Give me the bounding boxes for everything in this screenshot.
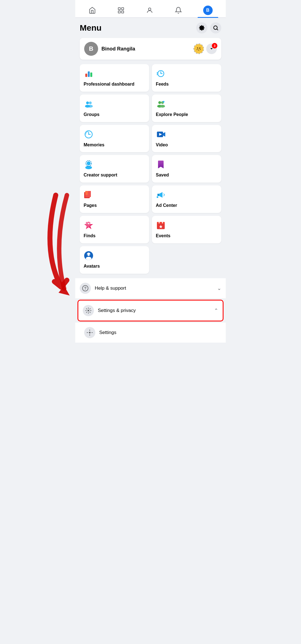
nav-home[interactable]	[83, 4, 102, 16]
events-label: Events	[156, 233, 217, 239]
svg-point-14	[199, 49, 200, 49]
avatar-letter: B	[89, 45, 93, 52]
professional-dashboard-label: Professional dashboard	[84, 81, 145, 87]
menu-item-video[interactable]: Video	[152, 125, 221, 152]
svg-point-63	[88, 310, 89, 311]
menu-item-avatars[interactable]: Avatars	[80, 246, 149, 274]
saved-icon	[156, 159, 166, 170]
dashboard-icon	[117, 6, 125, 14]
finds-label: Finds	[84, 233, 145, 239]
svg-point-5	[214, 26, 217, 30]
svg-point-26	[86, 101, 89, 104]
feeds-icon	[156, 69, 166, 79]
help-support-item[interactable]: ? Help & support ⌄	[75, 278, 226, 299]
svg-point-56	[87, 253, 90, 256]
story-avatar-image	[194, 44, 203, 54]
svg-point-12	[200, 49, 201, 50]
avatar-initial: B	[206, 8, 210, 13]
video-icon	[156, 129, 166, 139]
menu-item-explore-people[interactable]: Explore People	[152, 95, 221, 122]
svg-point-11	[198, 50, 199, 51]
svg-rect-2	[118, 11, 120, 13]
svg-rect-1	[122, 8, 124, 10]
ad-center-icon	[156, 190, 166, 200]
menu-grid: Professional dashboard Feeds	[75, 62, 226, 276]
settings-privacy-chevron: ⌃	[214, 308, 218, 314]
notification-dropdown-button[interactable]: 3	[206, 43, 217, 54]
menu-item-creator-support[interactable]: Creator support	[80, 155, 149, 183]
avatars-label: Avatars	[84, 263, 145, 269]
svg-point-48	[88, 223, 89, 224]
profile-name: Binod Rangila	[101, 46, 190, 52]
groups-label: Groups	[84, 112, 145, 118]
page-title: Menu	[80, 23, 101, 33]
creator-support-icon	[84, 159, 94, 170]
profile-icon	[146, 6, 154, 14]
menu-item-ad-center[interactable]: Ad Center	[152, 185, 221, 213]
chart-icon	[84, 69, 94, 79]
svg-rect-46	[157, 194, 159, 196]
explore-people-label: Explore People	[156, 112, 217, 118]
nav-profile[interactable]	[140, 4, 159, 16]
page-header: Menu	[75, 18, 226, 36]
avatar: B	[84, 42, 98, 56]
settings-privacy-icon	[83, 305, 94, 316]
svg-point-29	[88, 105, 93, 108]
svg-point-47	[157, 196, 158, 198]
groups-icon	[84, 99, 94, 109]
menu-item-finds[interactable]: Finds	[80, 216, 149, 243]
top-navigation: B	[75, 0, 226, 18]
svg-point-30	[158, 101, 161, 104]
gear-sub-icon	[86, 329, 93, 336]
svg-point-27	[89, 101, 92, 104]
svg-rect-44	[85, 191, 88, 195]
menu-item-feeds[interactable]: Feeds	[152, 64, 221, 92]
settings-privacy-label: Settings & privacy	[98, 308, 210, 313]
pages-label: Pages	[84, 203, 145, 209]
creator-support-label: Creator support	[84, 172, 145, 178]
help-support-chevron: ⌄	[217, 285, 221, 291]
svg-point-13	[198, 49, 198, 49]
svg-marker-37	[163, 132, 165, 137]
menu-item-memories[interactable]: Memories	[80, 125, 149, 152]
svg-rect-16	[85, 74, 87, 77]
profile-card[interactable]: B Binod Rangila 3	[80, 38, 221, 60]
menu-item-groups[interactable]: Groups	[80, 95, 149, 122]
nav-dashboard[interactable]	[111, 4, 130, 16]
svg-rect-51	[157, 224, 165, 225]
home-icon	[88, 6, 96, 14]
menu-item-professional-dashboard[interactable]: Professional dashboard	[80, 64, 149, 92]
settings-item[interactable]: Settings	[75, 323, 226, 343]
saved-label: Saved	[156, 172, 217, 178]
settings-privacy-item[interactable]: Settings & privacy ⌃	[77, 300, 224, 321]
settings-label: Settings	[99, 330, 221, 335]
svg-line-6	[217, 29, 218, 30]
notification-badge: 3	[212, 43, 217, 49]
nav-notifications[interactable]	[169, 4, 188, 16]
svg-point-58	[87, 254, 88, 255]
svg-point-57	[86, 257, 91, 260]
menu-item-events[interactable]: Events	[152, 216, 221, 243]
events-icon	[156, 220, 166, 230]
svg-rect-18	[90, 72, 92, 77]
memories-label: Memories	[84, 142, 145, 148]
svg-point-34	[163, 101, 164, 103]
nav-menu[interactable]: B	[198, 3, 218, 17]
search-button[interactable]	[210, 22, 221, 33]
svg-rect-3	[122, 11, 124, 13]
svg-text:?: ?	[84, 286, 87, 290]
svg-point-9	[199, 47, 200, 49]
gear-icon	[199, 25, 205, 31]
finds-icon	[84, 220, 94, 230]
settings-button[interactable]	[196, 22, 207, 33]
search-icon	[213, 25, 219, 31]
settings-sub-icon	[84, 327, 95, 338]
svg-point-7	[194, 44, 203, 54]
header-actions	[196, 22, 221, 33]
menu-item-saved[interactable]: Saved	[152, 155, 221, 183]
explore-people-icon	[156, 99, 166, 109]
svg-point-39	[87, 161, 91, 165]
menu-item-pages[interactable]: Pages	[80, 185, 149, 213]
story-icon[interactable]	[193, 43, 204, 54]
ad-center-label: Ad Center	[156, 203, 217, 209]
